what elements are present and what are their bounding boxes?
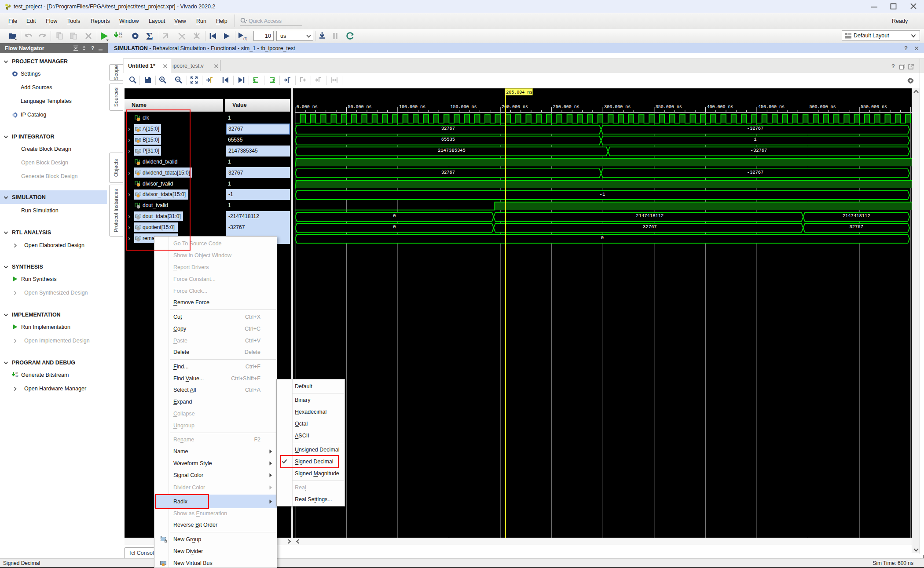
svg-text:150.000 ns: 150.000 ns: [451, 105, 477, 109]
svg-text:0: 0: [393, 224, 396, 229]
svg-text:32767: 32767: [441, 126, 455, 131]
svg-text:350.000 ns: 350.000 ns: [656, 105, 682, 109]
svg-text:450.000 ns: 450.000 ns: [758, 105, 785, 109]
svg-text:50.000 ns: 50.000 ns: [348, 105, 371, 109]
svg-text:32767: 32767: [849, 224, 863, 229]
svg-text:100.000 ns: 100.000 ns: [399, 105, 425, 109]
svg-text:-32767: -32767: [751, 148, 767, 153]
svg-text:-32767: -32767: [747, 126, 764, 131]
svg-text:205.004 ns: 205.004 ns: [506, 90, 532, 95]
svg-text:0: 0: [393, 213, 396, 218]
svg-text:10: 10: [119, 36, 122, 39]
svg-text:400.000 ns: 400.000 ns: [707, 105, 733, 109]
svg-text:2147385345: 2147385345: [438, 148, 466, 153]
svg-text:250.000 ns: 250.000 ns: [553, 105, 579, 109]
svg-text:0.000 ns: 0.000 ns: [297, 105, 318, 109]
svg-text:-32767: -32767: [747, 170, 764, 175]
svg-text:-1: -1: [600, 192, 605, 197]
svg-text:?: ?: [91, 45, 94, 51]
svg-text:(T): (T): [243, 37, 247, 40]
svg-text:2147418112: 2147418112: [843, 213, 870, 218]
svg-text:-2147418112: -2147418112: [633, 213, 664, 218]
svg-text:-32767: -32767: [640, 224, 657, 229]
svg-text:65535: 65535: [441, 137, 455, 142]
svg-text:1: 1: [754, 137, 756, 142]
svg-text:550.000 ns: 550.000 ns: [861, 105, 887, 109]
svg-text:0: 0: [601, 235, 604, 240]
svg-text:500.000 ns: 500.000 ns: [810, 105, 836, 109]
svg-text:01: 01: [119, 33, 122, 36]
svg-text:32767: 32767: [441, 170, 455, 175]
svg-text:300.000 ns: 300.000 ns: [604, 105, 631, 109]
